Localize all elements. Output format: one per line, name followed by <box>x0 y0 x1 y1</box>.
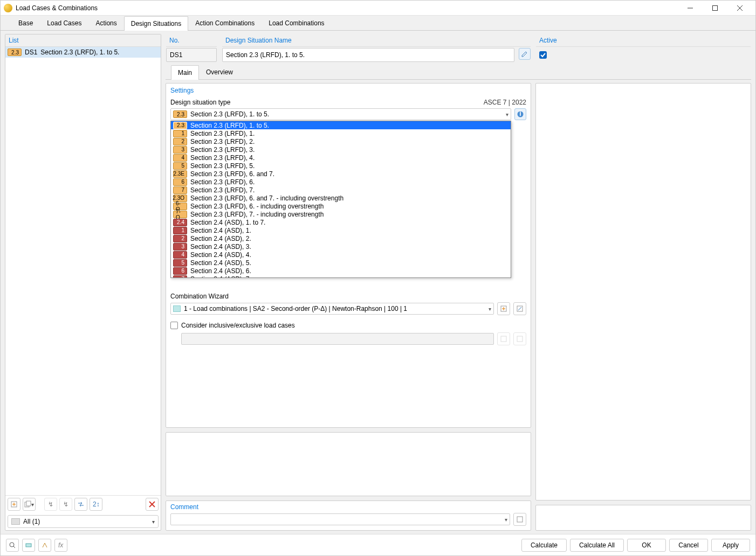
option-badge: 7 <box>173 275 187 279</box>
standard-label: ASCE 7 | 2022 <box>484 99 526 106</box>
design-type-option[interactable]: 2.4Section 2.4 (ASD), 1. to 7. <box>171 218 511 226</box>
comment-button[interactable] <box>513 513 526 526</box>
subtab-main[interactable]: Main <box>171 65 199 80</box>
svg-rect-19 <box>517 336 523 342</box>
list-filter-select[interactable]: All (1) ▾ <box>8 515 159 528</box>
list-body[interactable]: 2.3DS1Section 2.3 (LRFD), 1. to 5. <box>5 47 161 495</box>
design-type-option[interactable]: 7-OSection 2.3 (LRFD), 7. - including ov… <box>171 210 511 218</box>
option-badge: 1 <box>173 227 187 234</box>
new-item-button[interactable] <box>8 498 20 511</box>
design-type-option[interactable]: 1Section 2.4 (ASD), 1. <box>171 226 511 234</box>
option-label: Section 2.3 (LRFD), 6. and 7. <box>190 170 274 178</box>
option-badge: 2 <box>173 235 187 242</box>
option-label: Section 2.4 (ASD), 1. <box>190 227 251 234</box>
design-type-option[interactable]: 7Section 2.4 (ASD), 7. <box>171 275 511 278</box>
design-type-option[interactable]: 4Section 2.3 (LRFD), 4. <box>171 154 511 162</box>
wizard-select[interactable]: 1 - Load combinations | SA2 - Second-ord… <box>170 303 494 315</box>
toolbar-action-2: ↯ <box>59 498 72 511</box>
swap-button[interactable] <box>74 498 87 511</box>
close-button[interactable] <box>727 1 752 16</box>
calculate-all-button[interactable]: Calculate All <box>570 539 624 552</box>
design-type-option[interactable]: 2Section 2.3 (LRFD), 2. <box>171 137 511 145</box>
no-field: DS1 <box>166 48 217 62</box>
footer-search-button[interactable] <box>6 539 19 552</box>
wizard-new-button[interactable] <box>497 302 510 315</box>
list-header: List <box>5 34 161 47</box>
name-label: Design Situation Name <box>222 34 531 47</box>
name-field[interactable]: Section 2.3 (LRFD), 1. to 5. <box>222 48 514 62</box>
consider-cases-checkbox[interactable] <box>170 322 178 329</box>
option-badge: 1 <box>173 130 187 137</box>
design-type-option[interactable]: 7Section 2.3 (LRFD), 7. <box>171 186 511 194</box>
maximize-button[interactable] <box>703 1 727 16</box>
dialog-footer: fx Calculate Calculate All OK Cancel App… <box>1 534 755 555</box>
design-type-option[interactable]: 1Section 2.3 (LRFD), 1. <box>171 129 511 137</box>
subtab-overview[interactable]: Overview <box>199 65 240 79</box>
active-checkbox[interactable] <box>539 51 547 59</box>
tab-load-cases[interactable]: Load Cases <box>40 16 88 30</box>
option-label: Section 2.4 (ASD), 5. <box>190 259 251 267</box>
cancel-button[interactable]: Cancel <box>669 539 708 552</box>
option-label: Section 2.3 (LRFD), 6. - including overs… <box>190 203 324 210</box>
option-badge: 7-O <box>173 211 187 218</box>
sort-button[interactable]: 2↕ <box>90 498 102 511</box>
toolbar-action-1: ↯ <box>44 498 57 511</box>
list-item[interactable]: 2.3DS1Section 2.3 (LRFD), 1. to 5. <box>5 47 161 58</box>
option-badge: 2.4 <box>173 219 187 226</box>
tab-action-combinations[interactable]: Action Combinations <box>188 16 262 30</box>
design-type-option[interactable]: 6Section 2.3 (LRFD), 6. <box>171 178 511 186</box>
design-type-option[interactable]: 2Section 2.4 (ASD), 2. <box>171 234 511 242</box>
minimize-button[interactable] <box>678 1 703 16</box>
tab-base[interactable]: Base <box>11 16 40 30</box>
footer-tool-3[interactable] <box>38 539 51 552</box>
svg-rect-8 <box>26 501 31 506</box>
design-type-option[interactable]: 4Section 2.4 (ASD), 4. <box>171 251 511 259</box>
option-label: Section 2.3 (LRFD), 1. <box>190 130 255 137</box>
copy-item-button[interactable]: ▾ <box>23 498 36 511</box>
settings-panel: Settings Design situation type ASCE 7 | … <box>166 83 531 428</box>
design-type-option[interactable]: 5Section 2.4 (ASD), 5. <box>171 259 511 267</box>
option-badge: 7 <box>173 186 187 194</box>
option-badge: 2 <box>173 138 187 145</box>
preview-panel-top <box>535 83 751 501</box>
apply-button[interactable]: Apply <box>711 539 750 552</box>
active-label: Active <box>536 34 751 47</box>
option-badge: 3 <box>173 146 187 154</box>
design-type-option[interactable]: 3Section 2.3 (LRFD), 3. <box>171 145 511 154</box>
design-type-option[interactable]: 5Section 2.3 (LRFD), 5. <box>171 162 511 170</box>
info-button[interactable]: i <box>514 108 526 120</box>
svg-text:i: i <box>519 110 521 117</box>
svg-line-22 <box>13 546 15 548</box>
design-type-option[interactable]: 3Section 2.4 (ASD), 3. <box>171 242 511 251</box>
tab-load-combinations[interactable]: Load Combinations <box>262 16 331 30</box>
wizard-swatch <box>173 305 181 312</box>
edit-name-button[interactable] <box>519 48 531 60</box>
cases-new-button <box>497 332 510 345</box>
wizard-edit-button[interactable] <box>513 302 526 315</box>
chevron-down-icon: ▾ <box>506 112 508 117</box>
ok-button[interactable]: OK <box>627 539 666 552</box>
design-type-option[interactable]: 2.3Section 2.3 (LRFD), 1. to 5. <box>171 121 511 129</box>
footer-tool-4[interactable]: fx <box>54 539 67 552</box>
chevron-down-icon: ▾ <box>152 519 155 525</box>
calculate-button[interactable]: Calculate <box>521 539 567 552</box>
design-type-label: Design situation type <box>170 99 230 106</box>
design-type-option[interactable]: 6Section 2.4 (ASD), 6. <box>171 267 511 275</box>
design-type-option[interactable]: 2.3ESection 2.3 (LRFD), 6. and 7. <box>171 170 511 178</box>
tab-actions[interactable]: Actions <box>88 16 123 30</box>
comment-select[interactable]: ▾ <box>170 513 510 525</box>
filter-value: All (1) <box>23 518 40 525</box>
delete-item-button[interactable] <box>146 498 159 511</box>
list-item-code: DS1 <box>25 48 37 56</box>
svg-rect-20 <box>517 517 523 522</box>
list-toolbar: ▾ ↯ ↯ 2↕ <box>5 495 161 513</box>
design-type-select[interactable]: 2.3 Section 2.3 (LRFD), 1. to 5. ▾ 2.3Se… <box>170 108 511 120</box>
option-label: Section 2.4 (ASD), 6. <box>190 267 251 275</box>
design-type-option[interactable]: 2.3OSection 2.3 (LRFD), 6. and 7. - incl… <box>171 194 511 202</box>
design-type-options[interactable]: 2.3Section 2.3 (LRFD), 1. to 5.1Section … <box>170 121 511 278</box>
selected-label: Section 2.3 (LRFD), 1. to 5. <box>190 110 269 118</box>
cases-input-disabled <box>181 333 494 345</box>
design-type-option[interactable]: 6-OSection 2.3 (LRFD), 6. - including ov… <box>171 202 511 210</box>
tab-design-situations[interactable]: Design Situations <box>124 16 188 31</box>
footer-units-button[interactable] <box>22 539 35 552</box>
